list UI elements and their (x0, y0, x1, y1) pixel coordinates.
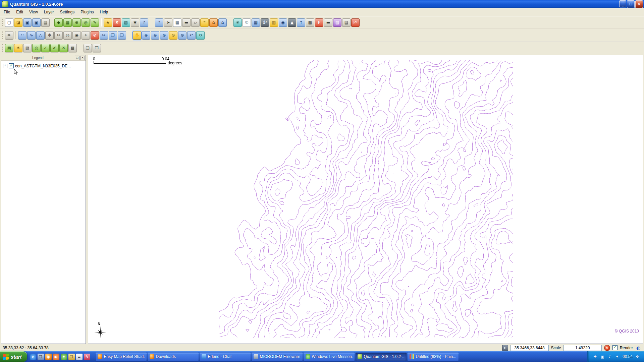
layers-add-raster-button[interactable]: ✶ (14, 44, 22, 52)
capture-line-button[interactable]: ∿ (27, 31, 36, 40)
map-canvas[interactable] (88, 55, 642, 344)
mapserver-export-button[interactable]: ▨ (333, 18, 341, 27)
layers-update-overview-button[interactable]: ▩ (68, 44, 77, 52)
toggle-overview-button[interactable]: ❐ (93, 44, 101, 52)
legend-close-button[interactable]: ✕ (80, 56, 85, 60)
task-button-messenger[interactable]: Windows Live Messen... (304, 353, 355, 361)
layers-add-vector-button[interactable]: ▤ (5, 44, 13, 52)
add-wms-layer-button[interactable]: ◎ (82, 18, 90, 27)
firefox-icon[interactable]: ◉ (45, 354, 52, 360)
menu-layer[interactable]: Layer (41, 9, 57, 15)
ogr-converter-button[interactable]: ▤ (342, 18, 351, 27)
whats-this-button[interactable]: ? (155, 18, 163, 27)
paint-icon[interactable]: ✎ (84, 354, 90, 360)
start-button[interactable]: start (0, 351, 27, 362)
layers-hide-all-button[interactable]: ✕ (59, 44, 68, 52)
internet-explorer-icon[interactable]: e (30, 354, 36, 360)
layer-visibility-checkbox[interactable]: ✓ (9, 63, 14, 68)
coordinate-capture-button[interactable]: ✳ (233, 18, 242, 27)
menu-help[interactable]: Help (97, 9, 111, 15)
paste-features-button[interactable]: ❒ (118, 31, 126, 40)
toolbar-handle[interactable] (2, 44, 3, 52)
task-button-easy-map[interactable]: Easy Map Relief Shad... (96, 353, 147, 361)
measure-line-button[interactable]: ▬ (182, 18, 191, 27)
display-icon[interactable]: ▣ (600, 354, 605, 359)
legend-layer-item[interactable]: + ✓ con_ASTGTM_N33E035_DE... (1, 61, 86, 68)
network-icon[interactable]: ✦ (614, 354, 620, 359)
move-feature-button[interactable]: ✥ (45, 31, 54, 40)
stop-render-button[interactable]: ✕ (604, 345, 610, 351)
legend-float-button[interactable]: ❏ (75, 56, 79, 60)
p2-plugin-button[interactable]: P² (351, 18, 360, 27)
add-raster-layer-button[interactable]: ▦ (63, 18, 72, 27)
task-button-microdem[interactable]: MICRODEM Freeware... (252, 353, 303, 361)
task-button-downloads[interactable]: Downloads (148, 353, 199, 361)
explorer-icon[interactable]: ❏ (68, 354, 75, 360)
map-tips-button[interactable]: ❝ (200, 18, 209, 27)
refresh-map-button[interactable]: ↻ (196, 31, 205, 40)
pan-map-button[interactable]: ✋ (133, 31, 141, 40)
capture-polygon-button[interactable]: △ (36, 31, 45, 40)
updates-icon[interactable]: ❖ (635, 354, 640, 359)
node-tool-button[interactable]: ✧ (82, 31, 90, 40)
help-contents-button[interactable]: ? (140, 18, 148, 27)
scale-bar-plugin-button[interactable]: ▬ (324, 18, 332, 27)
menu-settings[interactable]: Settings (57, 9, 77, 15)
notepad-icon[interactable]: ≡ (76, 354, 83, 360)
gps-tools-button[interactable]: ◉ (279, 18, 287, 27)
zoom-to-layer-button[interactable]: ⊚ (178, 31, 186, 40)
task-button-qgis[interactable]: Quantum GIS - 1.0.2-... (356, 353, 407, 361)
media-player-icon[interactable]: ▶ (53, 354, 59, 360)
copyright-label-button[interactable]: © (243, 18, 251, 27)
show-bookmarks-button[interactable]: ⌂ (218, 18, 227, 27)
minimize-button[interactable]: _ (619, 0, 626, 7)
toggle-legend-button[interactable]: ❏ (84, 44, 92, 52)
interpolation-button[interactable]: ▲ (288, 18, 296, 27)
zoom-in-button[interactable]: ⊕ (142, 31, 150, 40)
project-properties-button[interactable]: ✱ (131, 18, 139, 27)
dxf2shp-button[interactable]: d² (261, 18, 269, 27)
close-button[interactable]: ✕ (635, 0, 643, 8)
new-project-button[interactable]: ▢ (5, 18, 13, 27)
task-button-paint[interactable]: Untitled (83%) - Pain... (408, 353, 459, 361)
zoom-full-button[interactable]: ⊛ (160, 31, 168, 40)
zoom-to-selection-button[interactable]: ⊙ (169, 31, 177, 40)
layers-show-all-button[interactable]: ✔ (50, 44, 59, 52)
menu-edit[interactable]: Edit (13, 9, 26, 15)
capture-point-button[interactable]: ∷ (18, 31, 26, 40)
add-postgis-layer-button[interactable]: ⊕ (72, 18, 81, 27)
split-features-button[interactable]: ✂ (54, 31, 63, 40)
toolbar-handle[interactable] (2, 19, 3, 26)
messenger-icon[interactable]: ✦ (61, 354, 67, 360)
copy-features-button[interactable]: ❐ (109, 31, 117, 40)
mouse-position-icon[interactable]: ➤ (502, 345, 508, 351)
layers-add-wms-button[interactable]: ◎ (32, 44, 41, 52)
spit-import-button[interactable]: ▥ (270, 18, 278, 27)
new-bookmark-button[interactable]: ★ (104, 18, 112, 27)
measure-area-button[interactable]: ▱ (191, 18, 200, 27)
delete-selected-button[interactable]: ⊘ (91, 31, 99, 40)
maximize-button[interactable]: ❐ (627, 0, 635, 8)
menu-view[interactable]: View (26, 9, 41, 15)
expander-icon[interactable]: + (3, 64, 7, 68)
remove-layer-button[interactable]: ✘ (113, 18, 121, 27)
save-project-button[interactable]: ▣ (23, 18, 32, 27)
show-desktop-icon[interactable]: ❐ (38, 354, 44, 360)
layer-label[interactable]: con_ASTGTM_N33E035_DE... (15, 64, 71, 68)
graticule-creator-button[interactable]: ▦ (252, 18, 260, 27)
new-vector-layer-button[interactable]: ✎ (91, 18, 99, 27)
menu-file[interactable]: File (1, 9, 13, 15)
select-features-button[interactable]: ➤ (164, 18, 172, 27)
layers-add-to-overview-button[interactable]: ✓ (41, 44, 50, 52)
toggle-editing-button[interactable]: ✏ (5, 31, 13, 40)
toolbar-handle[interactable] (2, 32, 3, 39)
zoom-last-button[interactable]: ↶ (187, 31, 196, 40)
open-project-button[interactable]: ◪ (14, 18, 22, 27)
add-island-button[interactable]: ◉ (72, 31, 81, 40)
menu-plugins[interactable]: Plugins (77, 9, 97, 15)
volume-icon[interactable]: ♪ (607, 354, 612, 359)
save-project-as-button[interactable]: ▣ (32, 18, 41, 27)
north-arrow-plugin-button[interactable]: ↑ (297, 18, 305, 27)
projection-icon[interactable]: ◐ (635, 345, 641, 351)
render-checkbox[interactable]: ✓ (612, 345, 618, 350)
